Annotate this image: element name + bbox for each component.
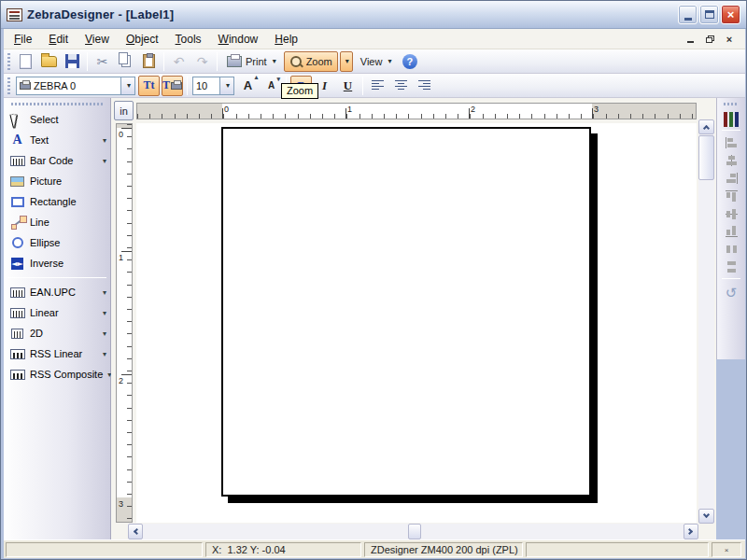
print-label: Print <box>246 56 267 67</box>
chevron-left-icon <box>134 528 140 535</box>
space-vertically-button[interactable] <box>722 258 740 275</box>
menu-edit[interactable]: Edit <box>40 31 77 48</box>
tool-select[interactable]: Select <box>4 109 110 130</box>
chevron-up-icon <box>703 125 710 132</box>
font-name-dropdown[interactable]: ▾ <box>120 77 134 94</box>
help-icon: ? <box>402 54 417 69</box>
save-button[interactable] <box>62 51 83 72</box>
rotate-button[interactable]: ↺ <box>722 284 740 301</box>
grow-font-button[interactable]: A <box>237 76 259 96</box>
chevron-down-icon: ▾ <box>127 81 131 90</box>
view-button[interactable]: View ▾ <box>355 51 398 72</box>
menu-window[interactable]: Window <box>210 31 267 48</box>
chevron-down-icon[interactable]: ▾ <box>103 136 106 145</box>
copy-button[interactable] <box>115 51 136 72</box>
design-canvas[interactable] <box>136 123 697 523</box>
chevron-down-icon[interactable]: ▾ <box>103 157 106 165</box>
maximize-button[interactable] <box>699 5 719 24</box>
undo-icon: ↶ <box>174 55 185 68</box>
space-horizontally-button[interactable] <box>722 240 740 258</box>
chevron-down-icon[interactable]: ▾ <box>103 309 106 317</box>
chevron-down-icon[interactable]: ▾ <box>103 350 106 358</box>
toolbox-panel: Select A Text ▾ Bar Code ▾ Picture Recta… <box>4 98 111 539</box>
underline-button[interactable]: U <box>337 76 359 96</box>
scroll-up-button[interactable] <box>698 119 714 134</box>
chevron-down-icon[interactable]: ▾ <box>103 329 106 338</box>
tool-linear[interactable]: Linear ▾ <box>4 302 110 323</box>
chevron-down-icon[interactable]: ▾ <box>103 288 106 297</box>
cut-button[interactable]: ✂ <box>92 51 113 72</box>
undo-button[interactable]: ↶ <box>168 51 190 72</box>
print-button[interactable]: Print ▾ <box>221 51 282 72</box>
tool-ellipse[interactable]: Ellipse <box>4 232 110 253</box>
printer-fonts-toggle[interactable]: T <box>162 76 183 96</box>
align-middle-button[interactable] <box>722 204 740 222</box>
redo-button[interactable]: ↷ <box>191 51 213 72</box>
align-toolbar-grip[interactable] <box>724 103 739 105</box>
zoom-dropdown-button[interactable]: ▾ <box>340 51 353 72</box>
scroll-left-button[interactable] <box>128 524 143 539</box>
close-button[interactable]: × <box>721 5 740 24</box>
help-button[interactable]: ? <box>399 51 420 72</box>
open-button[interactable] <box>38 51 60 72</box>
font-size-combo[interactable]: 10 ▾ <box>192 77 234 95</box>
align-center-button[interactable] <box>390 76 412 96</box>
vertical-scroll-thumb[interactable] <box>698 135 714 180</box>
menu-file[interactable]: File <box>6 31 40 48</box>
printer-fonts-icon: T <box>162 78 170 92</box>
font-name-combo[interactable]: ZEBRA 0 ▾ <box>16 77 135 95</box>
toolbar-grip[interactable] <box>7 53 10 70</box>
zoom-button[interactable]: Zoom <box>284 51 338 72</box>
tool-inverse[interactable]: ◄► Inverse <box>4 253 110 273</box>
child-restore-button[interactable] <box>703 33 716 45</box>
align-bottom-edges-button[interactable] <box>722 222 740 240</box>
child-close-button[interactable]: × <box>723 33 736 45</box>
tool-line[interactable]: Line <box>4 212 110 232</box>
menu-tools[interactable]: Tools <box>167 31 210 48</box>
align-top-edges-button[interactable] <box>722 187 740 204</box>
separator <box>87 52 88 71</box>
align-top-edges-icon <box>725 189 739 203</box>
child-minimize-button[interactable] <box>684 33 697 45</box>
font-size-dropdown[interactable]: ▾ <box>219 77 233 94</box>
tool-rectangle[interactable]: Rectangle <box>4 191 110 212</box>
vertical-scrollbar[interactable] <box>698 119 714 524</box>
align-center-vertical-button[interactable] <box>722 151 740 169</box>
separator <box>362 77 363 95</box>
tool-barcode[interactable]: Bar Code ▾ <box>4 150 110 171</box>
line-icon <box>9 215 25 230</box>
menu-view[interactable]: View <box>77 31 118 48</box>
toolbar-grip[interactable] <box>7 77 10 94</box>
horizontal-scroll-thumb[interactable] <box>408 524 421 539</box>
menu-object[interactable]: Object <box>118 31 167 48</box>
truetype-fonts-toggle[interactable]: Tt <box>138 76 160 96</box>
zoom-icon <box>289 55 303 68</box>
tool-text[interactable]: A Text ▾ <box>4 130 110 150</box>
color-markers-icon[interactable] <box>722 109 740 127</box>
align-right-edges-button[interactable] <box>722 169 740 187</box>
tool-rss-linear[interactable]: RSS Linear ▾ <box>4 343 110 364</box>
tool-ean-upc[interactable]: EAN.UPC ▾ <box>4 282 110 302</box>
align-left-button[interactable] <box>367 76 388 96</box>
align-right-button[interactable] <box>414 76 435 96</box>
zoom-tooltip: Zoom <box>281 83 318 99</box>
text-icon: A <box>9 133 25 147</box>
align-left-edges-button[interactable] <box>722 133 740 151</box>
tool-2d[interactable]: 2D ▾ <box>4 323 110 343</box>
v-ruler-label: 1 <box>119 253 123 262</box>
minimize-button[interactable] <box>678 5 698 24</box>
label-page[interactable] <box>221 127 591 497</box>
ruler-unit-button[interactable]: in <box>114 101 134 120</box>
paste-button[interactable] <box>138 51 160 72</box>
shrink-font-button[interactable]: A <box>261 76 282 96</box>
scroll-right-button[interactable] <box>684 524 698 539</box>
menu-help[interactable]: Help <box>266 31 306 48</box>
tool-picture[interactable]: Picture <box>4 171 110 191</box>
scroll-down-button[interactable] <box>698 509 714 524</box>
horizontal-scrollbar[interactable] <box>128 524 698 539</box>
toolbox-grip[interactable] <box>11 103 103 105</box>
separator <box>187 77 188 95</box>
new-button[interactable] <box>15 51 36 72</box>
align-right-edges-icon <box>725 172 739 185</box>
tool-rss-composite[interactable]: RSS Composite ▾ <box>4 364 110 385</box>
